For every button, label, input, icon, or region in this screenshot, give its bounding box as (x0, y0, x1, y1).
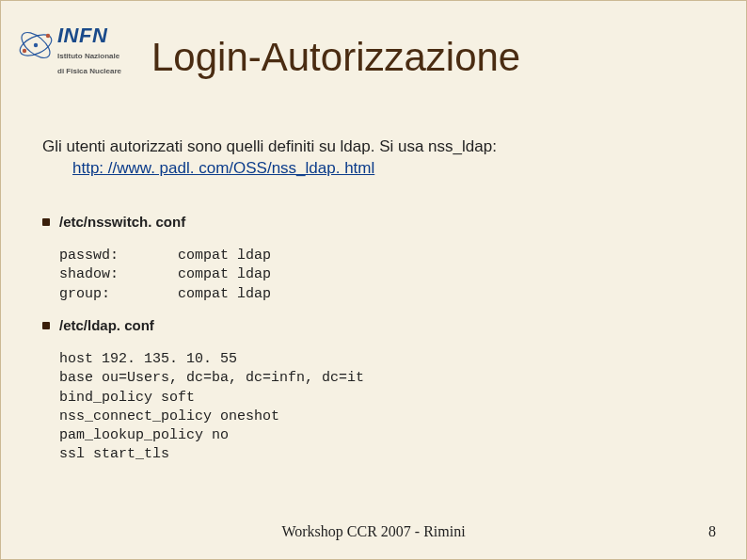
intro-line: Gli utenti autorizzati sono quelli defin… (42, 137, 497, 155)
logo-sub-2: di Fisica Nucleare (57, 67, 121, 76)
svg-point-3 (23, 49, 26, 53)
svg-point-2 (34, 43, 38, 47)
section-heading: /etc/ldap. conf (42, 317, 364, 333)
bullet-icon (42, 322, 50, 329)
slide-title: Login-Autorizzazione (151, 35, 520, 80)
code-block: host 192. 135. 10. 55 base ou=Users, dc=… (59, 350, 364, 465)
logo-sub-1: Istituto Nazionale (57, 52, 121, 61)
intro-link[interactable]: http: //www. padl. com/OSS/nss_ldap. htm… (72, 158, 374, 180)
page-number: 8 (708, 523, 716, 540)
infn-logo-mark (16, 22, 56, 69)
footer-text: Workshop CCR 2007 - Rimini (1, 523, 746, 540)
infn-logo: INFN Istituto Nazionale di Fisica Nuclea… (16, 22, 121, 75)
heading-text: /etc/nsswitch. conf (59, 214, 185, 230)
section-heading: /etc/nsswitch. conf (42, 214, 271, 230)
logo-acronym: INFN (57, 25, 121, 46)
svg-point-4 (46, 34, 50, 38)
intro-block: Gli utenti autorizzati sono quelli defin… (42, 136, 497, 180)
code-block: passwd: compat ldap shadow: compat ldap … (59, 247, 271, 304)
section-nsswitch: /etc/nsswitch. conf passwd: compat ldap … (42, 214, 271, 304)
heading-text: /etc/ldap. conf (59, 317, 154, 333)
section-ldapconf: /etc/ldap. conf host 192. 135. 10. 55 ba… (42, 317, 364, 465)
bullet-icon (42, 218, 50, 226)
